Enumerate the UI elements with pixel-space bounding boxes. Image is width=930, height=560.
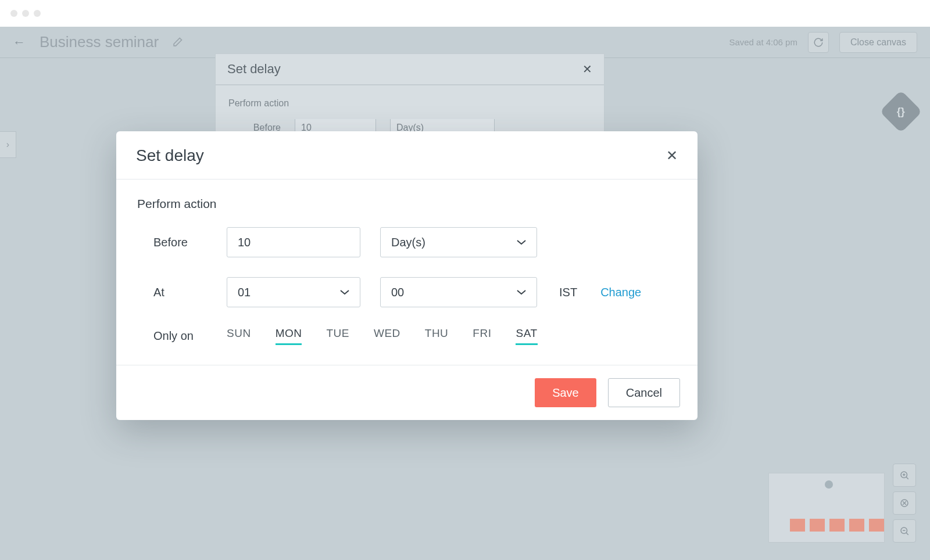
zoom-controls bbox=[893, 464, 916, 543]
modal-header: Set delay ✕ bbox=[116, 131, 698, 180]
traffic-light-dot bbox=[10, 10, 17, 17]
before-row: Before 10 Day(s) bbox=[137, 227, 677, 257]
day-toggle-tue[interactable]: TUE bbox=[326, 327, 349, 345]
modal-body: Perform action Before 10 Day(s) At 01 bbox=[116, 180, 698, 365]
before-label: Before bbox=[137, 236, 207, 249]
modal-close-icon[interactable]: ✕ bbox=[666, 148, 678, 164]
refresh-button[interactable] bbox=[808, 32, 829, 53]
at-label: At bbox=[137, 286, 207, 299]
bg-section-label: Perform action bbox=[228, 98, 591, 109]
zoom-reset-button[interactable] bbox=[893, 491, 916, 515]
chevron-down-icon bbox=[517, 239, 526, 245]
traffic-light-dot bbox=[34, 10, 41, 17]
only-on-label: Only on bbox=[137, 329, 207, 343]
panel-header-close-icon[interactable]: ✕ bbox=[582, 62, 592, 76]
before-value-text: 10 bbox=[238, 236, 251, 249]
modal-footer: Save Cancel bbox=[116, 365, 698, 420]
days-picker: SUNMONTUEWEDTHUFRISAT bbox=[227, 327, 538, 345]
hour-select[interactable]: 01 bbox=[227, 277, 360, 307]
browser-chrome bbox=[0, 0, 930, 27]
day-toggle-fri[interactable]: FRI bbox=[473, 327, 491, 345]
svg-line-3 bbox=[906, 477, 908, 479]
close-canvas-button[interactable]: Close canvas bbox=[839, 32, 917, 53]
expand-left-panel[interactable]: › bbox=[0, 131, 16, 158]
chevron-down-icon bbox=[340, 289, 349, 295]
traffic-light-dot bbox=[22, 10, 29, 17]
set-delay-modal: Set delay ✕ Perform action Before 10 Day… bbox=[116, 131, 698, 420]
minute-select[interactable]: 00 bbox=[380, 277, 537, 307]
day-toggle-mon[interactable]: MON bbox=[276, 327, 302, 345]
unit-value-text: Day(s) bbox=[391, 236, 425, 249]
svg-line-9 bbox=[906, 533, 908, 535]
before-value-input[interactable]: 10 bbox=[227, 227, 360, 257]
panel-header-title: Set delay bbox=[227, 62, 281, 77]
json-badge[interactable]: {} bbox=[879, 90, 922, 133]
chevron-right-icon: › bbox=[6, 139, 9, 150]
modal-title: Set delay bbox=[136, 146, 204, 165]
at-row: At 01 00 IST Change bbox=[137, 277, 677, 307]
canvas-page: ← Business seminar Saved at 4:06 pm Clos… bbox=[0, 27, 930, 560]
braces-icon: {} bbox=[897, 105, 905, 117]
cancel-button[interactable]: Cancel bbox=[608, 378, 680, 407]
day-toggle-thu[interactable]: THU bbox=[425, 327, 449, 345]
unit-select[interactable]: Day(s) bbox=[380, 227, 537, 257]
minimap-node bbox=[825, 480, 833, 489]
change-timezone-link[interactable]: Change bbox=[600, 286, 641, 299]
zoom-in-button[interactable] bbox=[893, 464, 916, 487]
minimap-blocks bbox=[790, 519, 884, 532]
save-button[interactable]: Save bbox=[535, 378, 596, 407]
zoom-out-button[interactable] bbox=[893, 519, 916, 543]
edit-title-icon[interactable] bbox=[171, 37, 183, 48]
hour-value-text: 01 bbox=[238, 286, 251, 299]
back-arrow-icon[interactable]: ← bbox=[13, 35, 26, 50]
day-toggle-sat[interactable]: SAT bbox=[516, 327, 537, 345]
day-toggle-sun[interactable]: SUN bbox=[227, 327, 251, 345]
minute-value-text: 00 bbox=[391, 286, 404, 299]
days-row: Only on SUNMONTUEWEDTHUFRISAT bbox=[137, 327, 677, 345]
canvas-minimap[interactable] bbox=[768, 473, 885, 543]
chevron-down-icon bbox=[517, 289, 526, 295]
day-toggle-wed[interactable]: WED bbox=[374, 327, 400, 345]
toolbar-right: Saved at 4:06 pm Close canvas bbox=[729, 32, 917, 53]
timezone-label: IST bbox=[559, 286, 577, 299]
panel-header-behind: Set delay ✕ bbox=[215, 53, 604, 85]
saved-timestamp: Saved at 4:06 pm bbox=[729, 37, 797, 47]
document-title: Business seminar bbox=[40, 33, 159, 51]
section-title: Perform action bbox=[137, 197, 677, 211]
